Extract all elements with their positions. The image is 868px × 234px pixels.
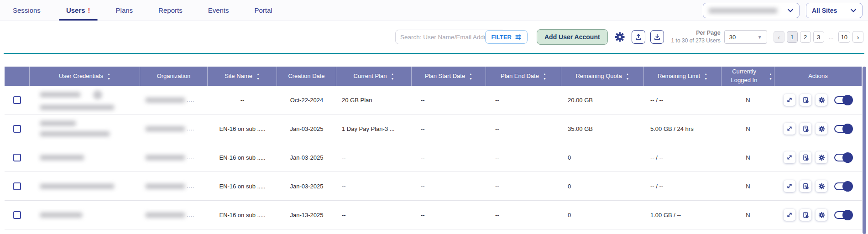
user-credentials-cell bbox=[30, 172, 140, 200]
column-header-label: Organization bbox=[157, 72, 191, 81]
sort-arrows[interactable]: ▲▼ bbox=[769, 73, 772, 80]
sort-asc-icon: ▲ bbox=[769, 73, 772, 76]
plan-details-icon[interactable] bbox=[800, 180, 811, 192]
chevron-down-icon bbox=[787, 8, 794, 13]
sort-asc-icon: ▲ bbox=[391, 73, 394, 76]
tab-plans[interactable]: Plans bbox=[114, 0, 135, 21]
column-header-label: Currently Logged In bbox=[723, 68, 765, 85]
page-ellipsis: ... bbox=[826, 31, 836, 43]
redacted-user-email bbox=[40, 213, 82, 218]
row-checkbox[interactable] bbox=[13, 96, 21, 104]
site-selector[interactable]: All Sites bbox=[806, 3, 863, 18]
enable-user-toggle[interactable] bbox=[834, 211, 852, 219]
sort-arrows[interactable]: ▲▼ bbox=[543, 73, 546, 80]
column-header-quota[interactable]: Remaining Quota ▲▼ bbox=[561, 67, 644, 86]
sort-desc-icon: ▼ bbox=[469, 77, 472, 80]
page-button-1[interactable]: 1 bbox=[787, 31, 798, 43]
row-checkbox[interactable] bbox=[13, 211, 21, 219]
remaining-quota-cell: 0 bbox=[561, 172, 644, 200]
plan-start-date-cell: -- bbox=[412, 114, 486, 143]
upload-icon[interactable] bbox=[632, 30, 645, 44]
toolbar-right-cluster: FILTER Add User Account Per Page 1 to 30… bbox=[485, 21, 863, 53]
plan-details-icon[interactable] bbox=[800, 151, 811, 163]
column-header-label: Actions bbox=[808, 72, 828, 81]
tab-events[interactable]: Events bbox=[206, 0, 231, 21]
expand-icon[interactable] bbox=[784, 94, 795, 106]
toggle-knob bbox=[842, 95, 853, 105]
row-settings-gear-icon[interactable] bbox=[816, 180, 827, 192]
remaining-limit-cell: 1.00 GB / -- bbox=[644, 201, 722, 229]
page-button-10[interactable]: 10 bbox=[838, 31, 850, 43]
user-credentials-cell bbox=[30, 86, 140, 114]
add-user-account-button[interactable]: Add User Account bbox=[537, 29, 608, 45]
caret-down-icon: ▼ bbox=[758, 35, 762, 40]
filter-button[interactable]: FILTER bbox=[485, 30, 528, 44]
sort-asc-icon: ▲ bbox=[704, 73, 707, 76]
sort-arrows[interactable]: ▲▼ bbox=[469, 73, 472, 80]
table-row: .... EN-16 on sub ..... Jan-03-2025 1 Da… bbox=[5, 114, 862, 143]
currently-logged-in-cell: N bbox=[722, 86, 774, 114]
column-header-limit[interactable]: Remaining Limit ▲▼ bbox=[644, 67, 722, 86]
enable-user-toggle[interactable] bbox=[834, 96, 852, 104]
sort-arrows[interactable]: ▲▼ bbox=[107, 73, 110, 80]
tab-sessions[interactable]: Sessions bbox=[11, 0, 42, 21]
next-page-button[interactable]: › bbox=[852, 31, 863, 43]
tab-label: Portal bbox=[255, 6, 272, 14]
scrollbar-thumb[interactable] bbox=[863, 67, 866, 234]
column-header-logged-in[interactable]: Currently Logged In ▲▼ bbox=[722, 67, 774, 86]
page-button-2[interactable]: 2 bbox=[800, 31, 811, 43]
organization-cell: .... bbox=[140, 201, 208, 229]
search-input[interactable] bbox=[400, 34, 493, 41]
page-button-3[interactable]: 3 bbox=[813, 31, 824, 43]
download-icon[interactable] bbox=[650, 30, 664, 44]
expand-icon[interactable] bbox=[784, 180, 795, 192]
column-header-plan-end[interactable]: Plan End Date ▲▼ bbox=[486, 67, 561, 86]
column-header-site[interactable]: Site Name ▲▼ bbox=[208, 67, 277, 86]
column-header-label: Remaining Limit bbox=[658, 72, 700, 81]
tab-portal[interactable]: Portal bbox=[253, 0, 274, 21]
user-badge-icon bbox=[93, 90, 102, 99]
row-settings-gear-icon[interactable] bbox=[816, 209, 827, 221]
redacted-user-email bbox=[40, 131, 110, 136]
plan-end-date-cell: -- bbox=[486, 86, 561, 114]
row-settings-gear-icon[interactable] bbox=[816, 123, 827, 135]
redacted-user-email bbox=[40, 155, 84, 160]
tab-users[interactable]: Users ! bbox=[64, 0, 92, 21]
sort-arrows[interactable]: ▲▼ bbox=[256, 73, 260, 80]
settings-gear-icon[interactable] bbox=[613, 30, 627, 44]
plan-details-icon[interactable] bbox=[800, 94, 811, 106]
enable-user-toggle[interactable] bbox=[834, 125, 852, 133]
previous-page-button[interactable]: ‹ bbox=[774, 31, 784, 43]
sort-arrows[interactable]: ▲▼ bbox=[704, 73, 707, 80]
row-checkbox[interactable] bbox=[13, 154, 21, 161]
column-header-actions: Actions bbox=[774, 67, 862, 86]
sort-arrows[interactable]: ▲▼ bbox=[391, 73, 394, 80]
row-settings-gear-icon[interactable] bbox=[816, 94, 827, 106]
column-header-plan-start[interactable]: Plan Start Date ▲▼ bbox=[412, 67, 486, 86]
remaining-quota-cell: 20.00 GB bbox=[561, 86, 644, 114]
expand-icon[interactable] bbox=[784, 151, 795, 163]
organization-selector[interactable] bbox=[703, 3, 800, 18]
tab-reports[interactable]: Reports bbox=[157, 0, 184, 21]
row-settings-gear-icon[interactable] bbox=[816, 151, 827, 163]
plan-details-icon[interactable] bbox=[800, 209, 811, 221]
row-checkbox[interactable] bbox=[13, 125, 21, 133]
row-checkbox[interactable] bbox=[13, 182, 21, 190]
actions-cell bbox=[774, 86, 862, 114]
per-page-label: Per Page bbox=[671, 29, 721, 37]
column-header-plan[interactable]: Current Plan ▲▼ bbox=[336, 67, 412, 86]
column-header-credentials[interactable]: User Credentials ▲▼ bbox=[30, 67, 140, 86]
expand-icon[interactable] bbox=[784, 123, 795, 135]
toggle-knob bbox=[842, 124, 853, 134]
per-page-select[interactable]: 30 ▼ bbox=[724, 30, 767, 44]
sort-arrows[interactable]: ▲▼ bbox=[626, 73, 629, 80]
plan-details-icon[interactable] bbox=[800, 123, 811, 135]
enable-user-toggle[interactable] bbox=[834, 182, 852, 190]
enable-user-toggle[interactable] bbox=[834, 154, 852, 161]
tab-label: Plans bbox=[116, 6, 133, 14]
range-text: 1 to 30 of 273 Users bbox=[671, 37, 721, 44]
vertical-scrollbar bbox=[863, 67, 866, 234]
currently-logged-in-cell: N bbox=[722, 201, 774, 229]
current-plan-cell: 20 GB Plan bbox=[336, 86, 412, 114]
expand-icon[interactable] bbox=[784, 209, 795, 221]
